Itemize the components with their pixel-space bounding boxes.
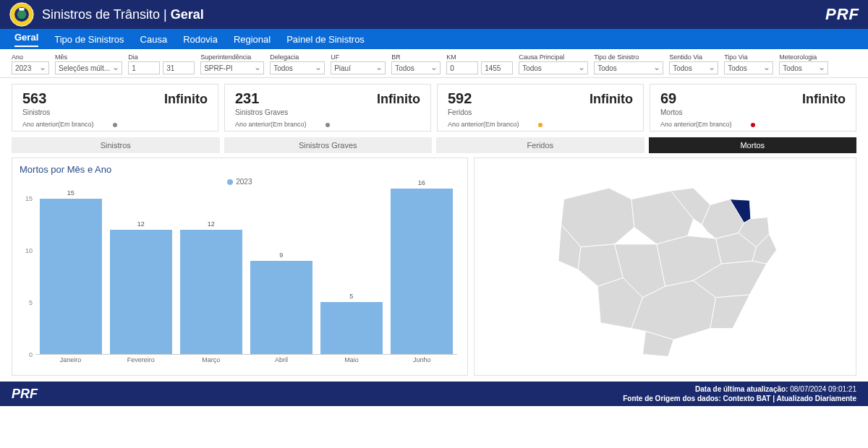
- header: Sinistros de Trânsito | Geral PRF: [0, 0, 868, 29]
- trend-dot-icon: [538, 123, 542, 127]
- filter-ano: Ano2023: [12, 53, 49, 74]
- range-from[interactable]: 0: [446, 61, 478, 74]
- trend-dot-icon: [113, 123, 117, 127]
- select-uf[interactable]: Piauí: [331, 61, 386, 74]
- filter-tipo-de-sinistro: Tipo de SinistroTodos: [594, 53, 663, 74]
- kpi-mortos: 69MortosInfinitoAno anterior(Em branco): [650, 84, 856, 132]
- brand-logo: PRF: [825, 5, 859, 24]
- range-to[interactable]: 1455: [481, 61, 513, 74]
- nav-tab-painel-de-sinistros[interactable]: Painel de Sinistros: [286, 34, 365, 45]
- select-causa principal[interactable]: Todos: [519, 61, 588, 74]
- bar[interactable]: 15: [40, 199, 102, 354]
- filter-km: KM01455: [446, 53, 513, 74]
- kpi-row: 563SinistrosInfinitoAno anterior(Em bran…: [0, 78, 868, 137]
- filter-delegacia: DelegaciaTodos: [270, 53, 325, 74]
- nav-tab-rodovia[interactable]: Rodovia: [183, 34, 218, 45]
- bar[interactable]: 16: [391, 189, 453, 354]
- filter-m-s: MêsSeleções múlt...: [55, 53, 122, 74]
- chart-card: Mortos por Mês e Ano 2023 051015 1512129…: [12, 158, 468, 376]
- nav-tab-geral[interactable]: Geral: [14, 32, 38, 47]
- toggle-feridos[interactable]: Feridos: [436, 137, 644, 153]
- bar[interactable]: 9: [250, 261, 312, 354]
- nav-tab-causa[interactable]: Causa: [140, 34, 168, 45]
- select-br[interactable]: Todos: [391, 61, 441, 74]
- footer-brand: PRF: [12, 387, 38, 402]
- bar-chart: 051015 1512129516 JaneiroFevereiroMarçoA…: [20, 189, 460, 369]
- trend-dot-icon: [751, 123, 755, 127]
- range-from[interactable]: 1: [128, 61, 160, 74]
- filter-br: BRTodos: [391, 53, 441, 74]
- select-tipo de sinistro[interactable]: Todos: [594, 61, 663, 74]
- select-ano[interactable]: 2023: [12, 61, 49, 74]
- svg-point-2: [17, 10, 27, 20]
- kpi-feridos: 592FeridosInfinitoAno anterior(Em branco…: [437, 84, 644, 132]
- toggle-sinistros[interactable]: Sinistros: [12, 137, 220, 153]
- footer: PRF Data de última atualização: 08/07/20…: [0, 382, 868, 406]
- select-sentido via[interactable]: Todos: [669, 61, 718, 74]
- toggle-sinistros-graves[interactable]: Sinistros Graves: [224, 137, 433, 153]
- kpi-sinistros: 563SinistrosInfinitoAno anterior(Em bran…: [12, 84, 218, 132]
- chart-title: Mortos por Mês e Ano: [20, 164, 460, 175]
- nav-tab-regional[interactable]: Regional: [234, 34, 271, 45]
- brazil-map[interactable]: [474, 158, 856, 376]
- filter-uf: UFPiauí: [331, 53, 386, 74]
- select-delegacia[interactable]: Todos: [270, 61, 325, 74]
- trend-dot-icon: [326, 123, 330, 127]
- bar[interactable]: 5: [320, 302, 383, 354]
- metric-toggle: SinistrosSinistros GravesFeridosMortos: [0, 137, 868, 158]
- filter-sentido-via: Sentido ViaTodos: [669, 53, 718, 74]
- nav-tab-tipo-de-sinistros[interactable]: Tipo de Sinistros: [54, 34, 124, 45]
- toggle-mortos[interactable]: Mortos: [649, 137, 857, 153]
- bar[interactable]: 12: [110, 230, 172, 354]
- select-tipo via[interactable]: Todos: [724, 61, 773, 74]
- filter-tipo-via: Tipo ViaTodos: [724, 53, 773, 74]
- range-to[interactable]: 31: [163, 61, 195, 74]
- filter-bar: Ano2023MêsSeleções múlt...Dia131Superint…: [0, 49, 868, 78]
- select-meteorologia[interactable]: Todos: [779, 61, 828, 74]
- filter-dia: Dia131: [128, 53, 195, 74]
- select-superintendência[interactable]: SPRF-PI: [200, 61, 264, 74]
- svg-rect-3: [19, 8, 24, 11]
- prf-logo-icon: [9, 1, 35, 27]
- page-title: Sinistros de Trânsito | Geral: [42, 7, 204, 22]
- kpi-sinistros-graves: 231Sinistros GravesInfinitoAno anterior(…: [224, 84, 431, 132]
- filter-causa-principal: Causa PrincipalTodos: [519, 53, 588, 74]
- bar[interactable]: 12: [180, 230, 242, 354]
- filter-superintend-ncia: SuperintendênciaSPRF-PI: [200, 53, 264, 74]
- nav-tabs: GeralTipo de SinistrosCausaRodoviaRegion…: [0, 29, 868, 49]
- select-mês[interactable]: Seleções múlt...: [55, 61, 122, 74]
- filter-meteorologia: MeteorologiaTodos: [779, 53, 828, 74]
